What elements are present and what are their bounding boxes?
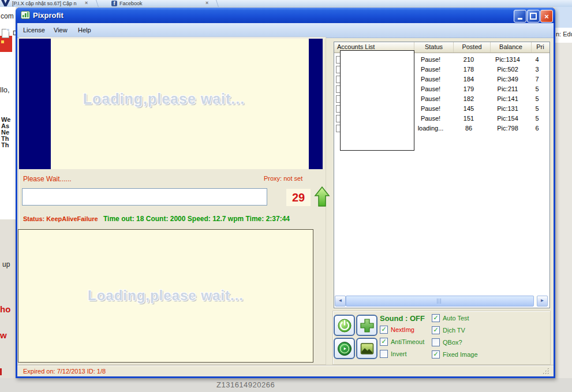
power-button[interactable] — [334, 315, 355, 336]
checkbox-box[interactable] — [432, 338, 440, 346]
cell-status: Pause! — [411, 55, 450, 65]
scroll-thumb[interactable] — [346, 296, 534, 307]
cell-pri: 4 — [528, 55, 546, 65]
close-icon: × — [544, 13, 549, 20]
scroll-right-button[interactable]: ► — [537, 296, 548, 307]
cell-posted: 178 — [450, 65, 487, 74]
checkbox-label: AntiTimeout — [391, 338, 424, 345]
checkbox-box[interactable] — [380, 350, 388, 358]
checkbox-box[interactable]: ✓ — [380, 326, 388, 334]
cell-balance: Pic:1314 — [487, 55, 528, 65]
captcha-answer-input[interactable] — [22, 188, 267, 206]
cell-posted: 210 — [450, 55, 487, 65]
menu-view[interactable]: View — [54, 27, 68, 33]
cell-balance: Pic:131 — [487, 104, 528, 114]
start-button[interactable] — [334, 338, 355, 359]
play-circle-icon — [337, 341, 352, 356]
cell-pri: 5 — [528, 104, 546, 114]
cell-posted: 179 — [450, 84, 487, 94]
minimize-button[interactable] — [514, 10, 526, 23]
title-bar[interactable]: Pixprofit × — [16, 8, 555, 23]
column-header[interactable]: Posted — [454, 42, 491, 53]
checkbox-fixed-image[interactable]: ✓Fixed Image — [432, 350, 487, 359]
bg-fragment: Th — [1, 141, 16, 148]
checkbox-label: Invert — [391, 350, 407, 357]
connection-status: Status: KeepAliveFailure — [23, 215, 98, 222]
cell-status: Pause! — [411, 84, 450, 94]
image-button[interactable] — [356, 338, 377, 359]
counter-value: 29 — [286, 189, 311, 206]
cell-pri: 7 — [528, 74, 546, 84]
checkbox-auto-test[interactable]: ✓Auto Test — [432, 314, 487, 322]
checkbox-antitimeout[interactable]: ✓AntiTimeout — [380, 338, 435, 346]
checkbox-box[interactable]: ✓ — [432, 314, 440, 322]
column-header[interactable]: Balance — [491, 42, 532, 53]
column-header[interactable]: Status — [414, 42, 454, 53]
bg-fragment: up — [2, 260, 16, 268]
menu-license[interactable]: License — [23, 27, 45, 33]
browser-logo-icon — [1, 0, 10, 6]
add-button[interactable] — [356, 315, 377, 336]
accounts-list: Accounts ListStatusPostedBalancePri ..Pa… — [334, 42, 550, 308]
checkbox-box[interactable]: ✓ — [432, 350, 440, 359]
tab-close-icon[interactable]: × — [85, 0, 88, 6]
cell-balance: Pic:154 — [487, 114, 528, 124]
cell-posted: 86 — [450, 124, 487, 133]
cell-pri: 3 — [528, 65, 546, 74]
cell-balance: Pic:798 — [487, 124, 528, 133]
redaction-box — [340, 50, 414, 151]
cell-status: loading... — [411, 124, 450, 133]
close-button[interactable]: × — [540, 10, 553, 23]
proxy-label: Proxy: not set — [264, 175, 302, 182]
please-wait-label: Please Wait...... — [23, 175, 72, 183]
bg-fragment: llo, — [0, 85, 16, 94]
cell-balance: Pic:349 — [487, 74, 528, 84]
facebook-icon: f — [111, 1, 117, 6]
checkbox-invert[interactable]: Invert — [380, 350, 435, 358]
checkbox-nextimg[interactable]: ✓NextImg — [380, 326, 435, 334]
checkbox-d-ch-tv[interactable]: ✓Dịch TV — [432, 326, 487, 334]
checkbox-label: Fixed Image — [443, 351, 478, 358]
cell-status: Pause! — [411, 74, 450, 84]
cell-status: Pause! — [411, 94, 450, 104]
checkbox-box[interactable]: ✓ — [432, 326, 440, 334]
status-code-text: Z131614920266 — [216, 380, 275, 389]
power-icon — [337, 318, 352, 333]
image-icon — [360, 341, 375, 356]
bg-fragment: w — [0, 330, 16, 340]
cell-pri: 5 — [528, 94, 546, 104]
tab-close-icon[interactable]: × — [205, 0, 208, 6]
browser-tab-bar: [P.I.X cập nhật so.67] Cập n × f Faceboo… — [0, 0, 572, 7]
cell-status: Pause! — [411, 65, 450, 74]
maximize-button[interactable] — [527, 10, 540, 23]
cell-status: Pause! — [411, 104, 450, 114]
cell-pri: 5 — [528, 114, 546, 124]
checkbox-qbox-[interactable]: QBox? — [432, 338, 487, 346]
menu-bar: License View Help — [17, 23, 554, 38]
tab-separator — [96, 0, 103, 7]
bg-fragment: n: Edu — [556, 31, 572, 38]
scroll-left-button[interactable]: ◄ — [335, 296, 346, 307]
submit-arrow-icon[interactable] — [314, 186, 330, 207]
menu-help[interactable]: Help — [78, 27, 91, 33]
column-header[interactable]: Pri — [532, 42, 549, 53]
cell-posted: 184 — [450, 74, 487, 84]
bg-fragment: com — [1, 12, 16, 20]
tab-pix[interactable]: [P.I.X cập nhật so.67] Cập n — [12, 1, 76, 6]
background-page-left-lower — [0, 219, 16, 378]
checkbox-label: QBox? — [443, 339, 462, 346]
thumb-grip-icon — [437, 298, 442, 304]
tab-facebook[interactable]: Facebook — [119, 1, 143, 6]
cell-pri: 6 — [528, 124, 546, 133]
horizontal-scrollbar[interactable]: ◄ ► — [335, 296, 548, 305]
checkbox-box[interactable]: ✓ — [380, 338, 388, 346]
browser-status-bar: Z131614920266 — [0, 378, 572, 392]
captcha-image-area: Loading,please wait... — [19, 39, 323, 169]
page-icon — [2, 29, 9, 38]
minimize-icon — [518, 18, 522, 20]
sound-toggle[interactable]: Sound : OFF — [380, 314, 425, 323]
bg-fragment — [0, 368, 2, 375]
checkbox-label: Dịch TV — [443, 327, 465, 334]
window-status-bar: Expired on: 7/12/2013 ID: 1/8 — [17, 365, 554, 377]
resize-grip[interactable] — [542, 367, 550, 375]
